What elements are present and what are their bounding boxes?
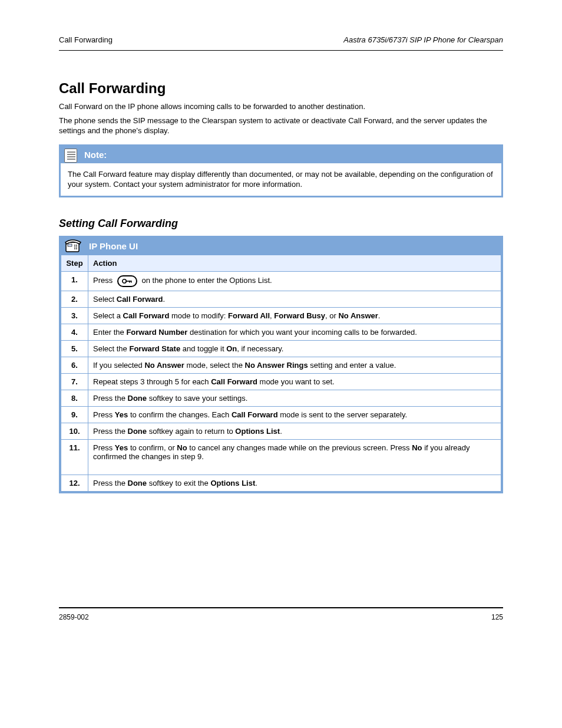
step-number: 10. (61, 423, 88, 439)
note-header: Note: (61, 146, 501, 163)
table-row: 12.Press the Done softkey to exit the Op… (61, 475, 501, 491)
col-header-action: Action (88, 255, 501, 271)
procedure-box: IP Phone UI Step Action 1.Press on the p… (59, 236, 503, 493)
step-number: 3. (61, 307, 88, 324)
procedure-table: Step Action 1.Press on the phone to ente… (61, 255, 501, 492)
subsection-title: Setting Call Forwarding (59, 218, 503, 230)
step-action: Press Yes to confirm the changes. Each C… (88, 406, 501, 423)
table-row: 6.If you selected No Answer mode, select… (61, 357, 501, 373)
section-title: Call Forwarding (59, 80, 503, 97)
note-body: The Call Forward feature may display dif… (61, 163, 501, 196)
table-row: 4.Enter the Forward Number destination f… (61, 324, 501, 340)
table-row: 8.Press the Done softkey to save your se… (61, 390, 501, 406)
svg-point-6 (74, 248, 75, 249)
step-number: 11. (61, 439, 88, 475)
step-action: Press the Done softkey to exit the Optio… (88, 475, 501, 491)
step-action: Repeat steps 3 through 5 for each Call F… (88, 373, 501, 390)
step-number: 4. (61, 324, 88, 340)
svg-point-5 (76, 246, 77, 248)
svg-rect-9 (125, 281, 131, 282)
step-action: Select the Forward State and toggle it O… (88, 340, 501, 357)
step-action: Enter the Forward Number destination for… (88, 324, 501, 340)
svg-point-3 (76, 245, 77, 246)
footer: 2859-002 125 (59, 613, 503, 621)
page-content: Call Forwarding Aastra 6735i/6737i SIP I… (59, 35, 503, 493)
step-action: Select a Call Forward mode to modify: Fo… (88, 307, 501, 324)
intro-paragraph-2: The phone sends the SIP message to the C… (59, 116, 503, 136)
svg-rect-1 (68, 244, 72, 246)
table-row: 1.Press on the phone to enter the Option… (61, 271, 501, 291)
table-row: 10.Press the Done softkey again to retur… (61, 423, 501, 439)
svg-rect-11 (131, 281, 132, 283)
note-box: Note: The Call Forward feature may displ… (59, 144, 503, 197)
table-row: 2.Select Call Forward. (61, 291, 501, 307)
footer-left: 2859-002 (59, 613, 89, 621)
svg-point-4 (74, 246, 75, 248)
step-action: Press the Done softkey again to return t… (88, 423, 501, 439)
running-header-right: Aastra 6735i/6737i SIP IP Phone for Clea… (343, 35, 503, 44)
options-key-icon (117, 275, 137, 287)
table-row: 9.Press Yes to confirm the changes. Each… (61, 406, 501, 423)
svg-point-2 (74, 245, 75, 246)
step-number: 6. (61, 357, 88, 373)
running-header: Call Forwarding Aastra 6735i/6737i SIP I… (59, 35, 503, 44)
note-label: Note: (84, 150, 107, 160)
table-row: 5.Select the Forward State and toggle it… (61, 340, 501, 357)
step-number: 2. (61, 291, 88, 307)
step-number: 1. (61, 271, 88, 291)
step-number: 5. (61, 340, 88, 357)
phone-icon (64, 239, 82, 254)
intro-paragraph-1: Call Forward on the IP phone allows inco… (59, 101, 503, 112)
procedure-title: IP Phone UI (89, 241, 138, 251)
svg-rect-10 (129, 281, 130, 283)
svg-point-8 (123, 279, 126, 283)
procedure-header: IP Phone UI (61, 238, 501, 255)
step-action: Select Call Forward. (88, 291, 501, 307)
step-number: 8. (61, 390, 88, 406)
table-row: 11.Press Yes to confirm, or No to cancel… (61, 439, 501, 475)
table-row: 3.Select a Call Forward mode to modify: … (61, 307, 501, 324)
step-action: Press the Done softkey to save your sett… (88, 390, 501, 406)
header-rule (59, 50, 503, 51)
step-number: 9. (61, 406, 88, 423)
step-action: Press on the phone to enter the Options … (88, 271, 501, 291)
running-header-left: Call Forwarding (59, 35, 113, 44)
note-icon (64, 149, 77, 163)
step-number: 7. (61, 373, 88, 390)
step-action: Press Yes to confirm, or No to cancel an… (88, 439, 501, 475)
footer-right: 125 (491, 613, 503, 621)
col-header-step: Step (61, 255, 88, 271)
footer-rule (59, 607, 503, 608)
step-action: If you selected No Answer mode, select t… (88, 357, 501, 373)
table-row: 7.Repeat steps 3 through 5 for each Call… (61, 373, 501, 390)
svg-point-7 (76, 248, 77, 249)
action-text-after: on the phone to enter the Options List. (140, 276, 272, 285)
action-text-before: Press (93, 276, 115, 285)
step-number: 12. (61, 475, 88, 491)
